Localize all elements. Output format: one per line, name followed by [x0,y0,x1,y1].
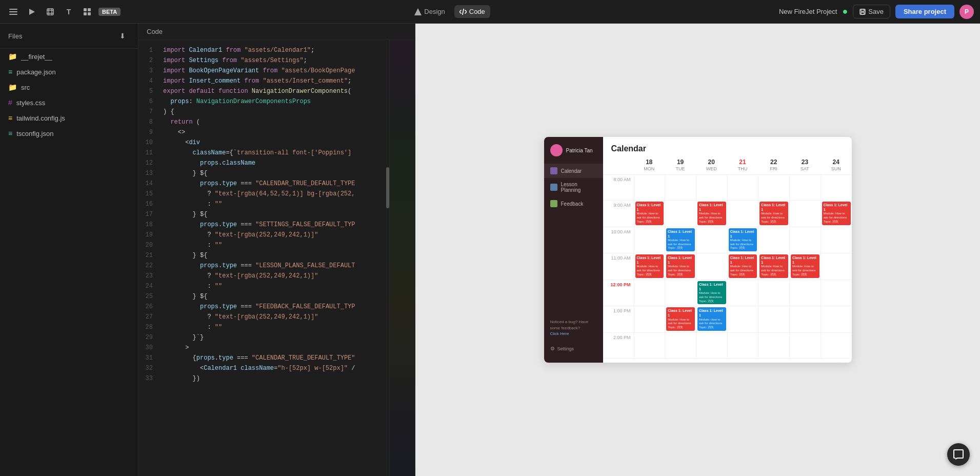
project-name: New FireJet Project [779,8,837,15]
cal-day-fri: 22FRI [758,157,789,172]
file-sidebar: Files ⬇ 📁 __firejet__ ≡ package.json 📁 s… [0,24,138,476]
svg-line-14 [463,9,464,15]
lesson-nav-icon [550,184,557,191]
avatar[interactable]: P [959,5,974,19]
event-sun-9[interactable]: Class 1: Level 1 Module: How to ask for … [822,202,851,225]
svg-rect-10 [88,8,91,11]
cell-sun-10 [821,227,852,253]
cell-tue-8 [665,175,696,200]
sidebar-header: Files ⬇ [0,24,138,49]
cal-settings[interactable]: ⚙ Settings [544,342,603,355]
event-mon-11[interactable]: Class 1: Level 1 Module: How to ask for … [635,254,664,278]
event-mon-9[interactable]: Class 1: Level 1 Module: How to ask for … [635,202,664,225]
preview-panel: Patricia Tan Calendar Lesson Planning Fe… [415,24,980,476]
time-label-10am: 10:00 AM [603,227,634,253]
event-fri-11[interactable]: Class 1: Level 1 Module: How to ask for … [759,254,788,278]
scroll-handle[interactable] [386,167,389,208]
cal-day-tue: 19TUE [665,157,696,172]
download-button[interactable]: ⬇ [115,29,130,43]
event-wed-1[interactable]: Class 1: Level 1 Module: How to ask for … [697,307,726,331]
play-button[interactable] [25,5,39,19]
code-mode-button[interactable]: Code [454,5,490,18]
file-item-styles-css[interactable]: # styles.css [0,95,138,110]
component-button[interactable] [80,5,94,19]
event-wed-12[interactable]: Class 1: Level 1 Module: How to ask for … [697,281,726,305]
file-item-tailwind[interactable]: ≡ tailwind.config.js [0,110,138,126]
menu-button[interactable] [6,5,21,19]
main-layout: Files ⬇ 📁 __firejet__ ≡ package.json 📁 s… [0,24,980,476]
cal-username: Patricia Tan [566,148,593,153]
cell-sun-11 [821,253,852,280]
time-label-9am: 9:00 AM [603,201,634,227]
code-label: Code [147,28,163,35]
cell-fri-9: Class 1: Level 1 Module: How to ask for … [758,201,789,227]
cell-tue-12 [665,280,696,306]
cell-fri-2 [758,333,789,358]
cell-sun-2 [821,333,852,358]
cal-day-sat: 23SAT [789,157,821,172]
topbar-center: Design Code [409,5,490,18]
project-status-dot: ● [842,6,848,17]
event-tue-1[interactable]: Class 1: Level 1 Module: How to ask for … [666,307,695,331]
cell-mon-2 [634,333,665,358]
save-button[interactable]: Save [853,5,890,18]
cell-mon-1 [634,306,665,332]
time-row-1pm: 1:00 PM Class 1: Level 1 Module: How to … [603,306,852,333]
file-item-tsconfig[interactable]: ≡ tsconfig.json [0,126,138,141]
list-icon-2: ≡ [8,114,12,122]
feedback-nav-icon [550,200,557,207]
cal-body: 8:00 AM 9:00 AM [603,175,852,363]
cell-sun-1 [821,306,852,332]
time-label-11am: 11:00 AM [603,253,634,280]
svg-rect-4 [47,9,53,15]
cal-nav-feedback[interactable]: Feedback [544,196,603,211]
share-project-button[interactable]: Share project [895,5,954,18]
time-row-10am: 10:00 AM Class 1: Level 1 Module: How to… [603,227,852,254]
cell-tue-10: Class 1: Level 1 Module: How to ask for … [665,227,696,253]
event-fri-9[interactable]: Class 1: Level 1 Module: How to ask for … [759,202,788,225]
folder-icon: 📁 [8,52,17,61]
cell-sat-1 [789,306,821,332]
frame-button[interactable] [43,5,57,19]
svg-rect-11 [84,12,87,15]
time-label-2pm: 2:00 PM [603,333,634,358]
cal-nav-lesson[interactable]: Lesson Planning [544,178,603,196]
svg-rect-0 [9,9,17,10]
file-item-firejet[interactable]: 📁 __firejet__ [0,49,138,64]
cal-title: Calendar [603,137,852,157]
text-button[interactable]: T [62,5,76,19]
minimap-inner [390,40,415,476]
calendar-preview: Patricia Tan Calendar Lesson Planning Fe… [544,137,852,363]
files-label: Files [8,32,22,40]
cell-sat-8 [789,175,821,200]
svg-rect-1 [9,11,17,12]
event-tue-11[interactable]: Class 1: Level 1 Module: How to ask for … [666,254,695,278]
event-thu-10[interactable]: Class 1: Level 1 Module: How to ask for … [729,228,757,252]
svg-rect-16 [861,9,864,11]
cal-nav-calendar[interactable]: Calendar [544,164,603,178]
cell-tue-9 [665,201,696,227]
cell-sat-12 [789,280,821,306]
cell-sun-8 [821,175,852,200]
time-row-2pm: 2:00 PM [603,333,852,359]
time-label-1pm: 1:00 PM [603,306,634,332]
file-item-src[interactable]: 📁 src [0,80,138,95]
event-wed-9[interactable]: Class 1: Level 1 Module: How to ask for … [697,202,726,225]
cal-feedback-text: Noticed a bug? Have some feedback? [550,319,597,330]
svg-marker-3 [29,9,35,15]
svg-rect-9 [84,8,87,11]
cell-wed-1: Class 1: Level 1 Module: How to ask for … [696,306,727,332]
event-tue-10[interactable]: Class 1: Level 1 Module: How to ask for … [666,228,695,252]
code-editor[interactable]: import Calendar1 from "assets/Calendar1"… [157,40,389,476]
design-mode-button[interactable]: Design [409,5,450,18]
event-sat-11[interactable]: Class 1: Level 1 Module: How to ask for … [791,254,819,278]
file-item-package-json[interactable]: ≡ package.json [0,64,138,80]
cell-wed-8 [696,175,727,200]
cal-day-thu: 21THU [727,157,758,172]
cal-feedback-link[interactable]: Click Here [550,331,569,336]
cell-thu-9 [727,201,758,227]
chat-bubble[interactable] [947,443,970,466]
topbar-left: T BETA [6,5,121,19]
code-panel-header: Code [138,24,415,40]
event-thu-11[interactable]: Class 1: Level 1 Module: How to ask for … [729,254,757,278]
